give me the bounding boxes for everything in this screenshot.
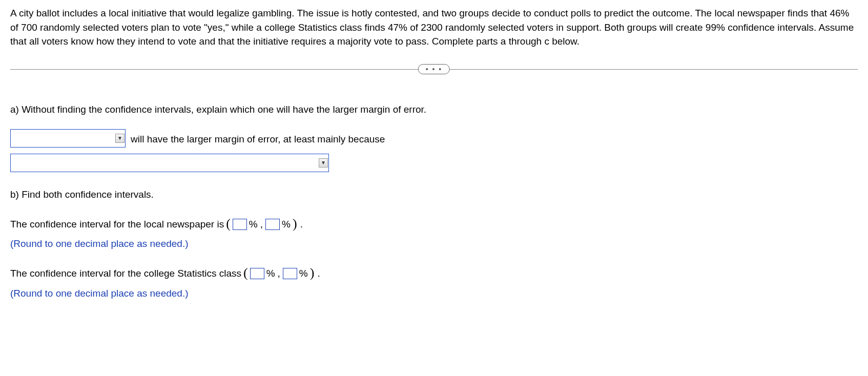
part-a-row2: ▼	[10, 154, 858, 172]
chevron-down-icon: ▼	[319, 158, 328, 168]
part-b-head: b) Find both confidence intervals.	[10, 187, 858, 202]
newspaper-ci-upper-input[interactable]	[265, 219, 280, 230]
percent-label: %	[266, 266, 275, 281]
part-a-dropdown-group[interactable]: ▼	[10, 129, 126, 148]
close-paren: )	[310, 263, 315, 283]
comma-label: ,	[278, 266, 280, 281]
open-paren: (	[243, 263, 248, 283]
divider-badge[interactable]: • • •	[418, 64, 450, 74]
part-a-dropdown-reason[interactable]: ▼	[10, 154, 329, 172]
part-a-row1: ▼ will have the larger margin of error, …	[10, 129, 858, 148]
stats-ci-lower-input[interactable]	[250, 268, 264, 279]
comma-label: ,	[260, 217, 263, 232]
stats-label: The confidence interval for the college …	[10, 266, 241, 281]
period-label: .	[317, 266, 320, 281]
stats-ci-line: The confidence interval for the college …	[10, 264, 858, 283]
percent-label: %	[299, 266, 308, 281]
percent-label: %	[282, 217, 291, 232]
open-paren: (	[226, 214, 231, 234]
newspaper-label: The confidence interval for the local ne…	[10, 217, 224, 232]
problem-intro: A city ballot includes a local initiativ…	[10, 6, 858, 49]
round-note-1: (Round to one decimal place as needed.)	[10, 237, 858, 251]
close-paren: )	[293, 214, 297, 234]
period-label: .	[300, 217, 303, 232]
percent-label: %	[249, 217, 258, 232]
stats-ci-upper-input[interactable]	[283, 268, 297, 279]
part-a-text-after: will have the larger margin of error, at…	[131, 129, 385, 147]
newspaper-ci-lower-input[interactable]	[233, 219, 247, 230]
newspaper-ci-line: The confidence interval for the local ne…	[10, 215, 858, 234]
part-a-prompt: a) Without finding the confidence interv…	[10, 102, 858, 117]
divider: • • •	[10, 64, 858, 74]
chevron-down-icon: ▼	[115, 134, 125, 143]
round-note-2: (Round to one decimal place as needed.)	[10, 286, 858, 301]
